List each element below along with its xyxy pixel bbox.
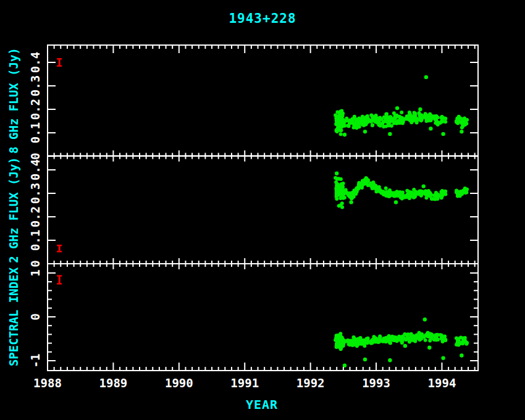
data-point [419,119,423,122]
data-point [384,119,388,122]
data-point [343,196,346,200]
y-tick-label: 0.2 [28,206,42,227]
data-point [371,124,374,127]
data-point [363,178,366,182]
data-point [422,114,426,118]
data-point [426,331,430,335]
data-point [351,343,355,347]
data-point [374,340,377,343]
data-point [382,125,385,128]
data-point [340,346,343,350]
outlier-point [337,177,340,180]
data-points-layer [57,59,469,368]
data-point [378,190,382,193]
data-point [361,182,365,186]
data-point [426,191,430,195]
outlier-point [388,132,392,136]
data-point [456,117,460,121]
data-point [463,123,467,127]
outlier-point [395,106,399,110]
x-tick-label: 1991 [230,376,259,390]
data-point [388,337,392,340]
reference-errorbar-bottom [57,276,62,284]
panel-frame-1 [48,156,478,264]
data-point [391,337,395,340]
x-tick-label: 1993 [362,376,390,390]
data-point [427,335,430,338]
data-point [415,117,419,120]
y-tick-label: -1 [28,354,42,368]
outlier-point [403,344,407,348]
data-point [431,334,435,338]
outlier-point [363,130,367,133]
data-point [456,120,460,124]
data-point [434,337,438,340]
data-point [335,342,338,346]
reference-errorbar-middle [57,245,62,251]
data-point [395,190,399,193]
data-point [443,120,447,124]
data-point [355,189,358,193]
y-axis-label-2ghz-flux: 2 GHz FLUX (Jy) [7,157,20,263]
data-point [366,340,370,343]
panel-frame-0 [48,45,478,156]
data-point [343,124,346,128]
outlier-point [460,130,463,133]
data-point [408,196,411,200]
data-point [363,340,366,344]
data-point [384,187,388,190]
data-point [395,339,399,343]
x-axis-label: YEAR [246,397,278,412]
data-point [363,344,366,348]
outlier-point [349,200,353,204]
data-point [408,118,411,122]
data-point [412,116,416,119]
data-point [384,340,388,343]
outlier-point [335,172,338,175]
data-point [419,335,423,339]
outlier-point [429,127,432,130]
data-point [372,335,376,338]
data-point [340,182,343,186]
outlier-point [441,356,445,360]
data-point [358,183,361,187]
data-point [440,116,444,119]
y-tick-label: 0.3 [28,183,42,204]
data-point [440,336,444,340]
data-point [388,194,392,198]
data-point [408,113,412,117]
data-point [337,191,340,195]
outlier-point [424,75,428,79]
data-point [339,132,343,136]
data-point [434,195,438,199]
data-point [443,338,447,342]
data-point [355,119,359,123]
y-axis-label-spectral-index: SPECTRAL INDEX [7,267,20,366]
data-point [387,124,391,127]
outlier-point [418,107,422,111]
data-point [336,124,340,127]
y-tick-label: 0.2 [28,99,42,120]
data-point [366,178,370,182]
y-tick-label: 0 [28,260,42,267]
data-point [338,110,342,114]
data-point [366,119,370,122]
data-point [339,120,343,124]
data-point [374,184,377,188]
data-point [428,339,432,343]
data-point [422,190,426,194]
y-tick-label: 0.3 [28,75,42,96]
data-point [463,340,467,343]
panel-frame-2 [48,264,478,371]
outlier-point [394,200,398,204]
data-point [391,193,395,197]
outlier-point [343,133,346,136]
data-point [404,117,408,120]
data-point [335,334,338,337]
data-point [345,117,348,120]
x-tick-label: 1994 [428,376,456,390]
data-point [418,111,421,115]
data-point [378,116,382,120]
data-point [338,196,342,200]
plot-title: 1943+228 [229,11,296,26]
